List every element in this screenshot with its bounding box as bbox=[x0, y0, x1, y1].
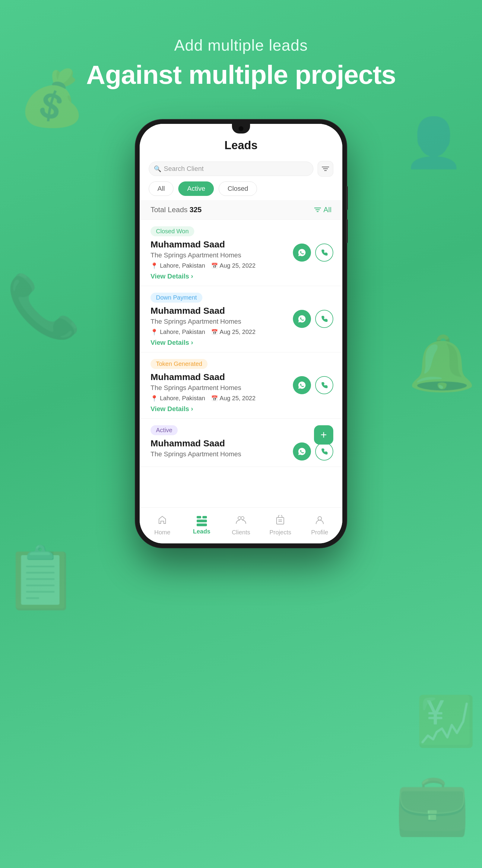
screen-title: Leads bbox=[152, 139, 330, 152]
total-leads-count: 325 bbox=[190, 206, 201, 214]
lead-meta-3: 📍 Lahore, Pakistan 📅 Aug 25, 2022 bbox=[150, 395, 332, 402]
add-lead-fab[interactable]: + bbox=[314, 425, 333, 444]
cal-icon-1: 📅 bbox=[211, 262, 218, 269]
bg-decoration-3: 📋 bbox=[3, 542, 79, 613]
view-details-3[interactable]: View Details › bbox=[150, 405, 332, 413]
bottom-nav: Home Leads bbox=[140, 507, 342, 544]
total-leads-text: Total Leads 325 bbox=[150, 206, 201, 214]
call-btn-4[interactable] bbox=[315, 442, 333, 461]
nav-leads-label: Leads bbox=[193, 528, 210, 535]
bg-decoration-5: 👤 bbox=[403, 115, 464, 171]
phone-screen: Leads 🔍 Search Client bbox=[140, 124, 342, 544]
whatsapp-btn-2[interactable] bbox=[293, 310, 311, 328]
nav-leads[interactable]: Leads bbox=[187, 516, 217, 535]
bg-decoration-7: 💹 bbox=[416, 693, 476, 750]
tab-active[interactable]: Active bbox=[178, 181, 214, 196]
view-details-2[interactable]: View Details › bbox=[150, 339, 332, 347]
nav-home-label: Home bbox=[154, 529, 170, 536]
header-title: Against multiple projects bbox=[86, 60, 396, 90]
profile-icon bbox=[315, 515, 324, 527]
filter-button[interactable] bbox=[318, 161, 333, 177]
leads-list: Closed Won Muhammad Saad The Springs Apa… bbox=[140, 220, 342, 507]
camera-dot bbox=[238, 126, 244, 131]
nav-profile-label: Profile bbox=[311, 529, 328, 536]
search-box[interactable]: 🔍 Search Client bbox=[149, 161, 313, 176]
all-filter-button[interactable]: All bbox=[314, 206, 332, 214]
phone-frame: Leads 🔍 Search Client bbox=[136, 120, 346, 548]
status-badge-3: Token Generated bbox=[150, 359, 207, 369]
pin-icon-2: 📍 bbox=[150, 329, 158, 336]
pin-icon-1: 📍 bbox=[150, 262, 158, 270]
view-details-1[interactable]: View Details › bbox=[150, 273, 332, 280]
header-subtitle: Add multiple leads bbox=[86, 36, 396, 54]
tab-all[interactable]: All bbox=[149, 181, 173, 196]
clients-icon bbox=[235, 515, 247, 527]
home-icon bbox=[158, 515, 167, 527]
nav-clients[interactable]: Clients bbox=[226, 515, 256, 536]
lead-date-3: 📅 Aug 25, 2022 bbox=[211, 395, 255, 402]
phone-button-volume-up bbox=[346, 186, 348, 210]
search-icon: 🔍 bbox=[154, 165, 161, 173]
nav-home[interactable]: Home bbox=[147, 515, 177, 536]
all-filter-label: All bbox=[323, 206, 332, 214]
lead-actions-4 bbox=[293, 442, 333, 461]
lead-date-2: 📅 Aug 25, 2022 bbox=[211, 329, 255, 336]
bg-decoration-1: 💰 bbox=[18, 66, 86, 130]
lead-card-3: Token Generated Muhammad Saad The Spring… bbox=[140, 352, 342, 418]
lead-actions-2 bbox=[293, 310, 333, 328]
cal-icon-2: 📅 bbox=[211, 329, 218, 336]
lead-card-4: Active + Muhammad Saad The Springs Apart… bbox=[140, 418, 342, 467]
search-placeholder: Search Client bbox=[164, 165, 204, 173]
app-screen: Leads 🔍 Search Client bbox=[140, 124, 342, 544]
lead-card-2: Down Payment Muhammad Saad The Springs A… bbox=[140, 286, 342, 352]
nav-projects[interactable]: Projects bbox=[265, 515, 295, 536]
svg-point-11 bbox=[318, 517, 321, 520]
svg-point-6 bbox=[238, 517, 241, 520]
nav-profile[interactable]: Profile bbox=[305, 515, 335, 536]
phone-mockup: Leads 🔍 Search Client bbox=[136, 120, 346, 548]
lead-location-1: 📍 Lahore, Pakistan bbox=[150, 262, 205, 270]
status-badge-4: Active bbox=[150, 425, 178, 435]
whatsapp-btn-3[interactable] bbox=[293, 376, 311, 394]
call-btn-1[interactable] bbox=[315, 244, 333, 261]
lead-actions-3 bbox=[293, 376, 333, 394]
nav-clients-label: Clients bbox=[232, 529, 250, 536]
lead-actions-1 bbox=[293, 244, 333, 261]
tabs-row: All Active Closed bbox=[140, 181, 342, 200]
cal-icon-3: 📅 bbox=[211, 395, 218, 402]
whatsapp-btn-1[interactable] bbox=[293, 244, 311, 261]
status-badge-1: Closed Won bbox=[150, 226, 194, 236]
projects-icon bbox=[276, 515, 285, 527]
whatsapp-btn-4[interactable] bbox=[293, 442, 311, 461]
lead-date-1: 📅 Aug 25, 2022 bbox=[211, 262, 255, 269]
call-btn-3[interactable] bbox=[315, 376, 333, 394]
status-badge-2: Down Payment bbox=[150, 293, 202, 303]
lead-meta-1: 📍 Lahore, Pakistan 📅 Aug 25, 2022 bbox=[150, 262, 332, 270]
lead-location-3: 📍 Lahore, Pakistan bbox=[150, 395, 205, 402]
svg-rect-8 bbox=[277, 518, 284, 524]
header-section: Add multiple leads Against multiple proj… bbox=[86, 36, 396, 90]
phone-button-volume-down bbox=[346, 219, 348, 243]
call-btn-2[interactable] bbox=[315, 310, 333, 328]
lead-card-1: Closed Won Muhammad Saad The Springs Apa… bbox=[140, 220, 342, 286]
nav-projects-label: Projects bbox=[270, 529, 291, 536]
lead-meta-2: 📍 Lahore, Pakistan 📅 Aug 25, 2022 bbox=[150, 329, 332, 336]
search-row: 🔍 Search Client bbox=[140, 158, 342, 181]
total-leads-bar: Total Leads 325 All bbox=[140, 200, 342, 220]
bg-decoration-4: 💼 bbox=[395, 769, 470, 839]
bg-decoration-2: 📞 bbox=[6, 271, 81, 342]
lead-location-2: 📍 Lahore, Pakistan bbox=[150, 329, 205, 336]
bg-decoration-6: 🔔 bbox=[408, 332, 476, 396]
tab-closed[interactable]: Closed bbox=[219, 181, 257, 196]
svg-point-7 bbox=[241, 517, 244, 520]
leads-nav-icon bbox=[197, 516, 207, 526]
pin-icon-3: 📍 bbox=[150, 395, 158, 402]
